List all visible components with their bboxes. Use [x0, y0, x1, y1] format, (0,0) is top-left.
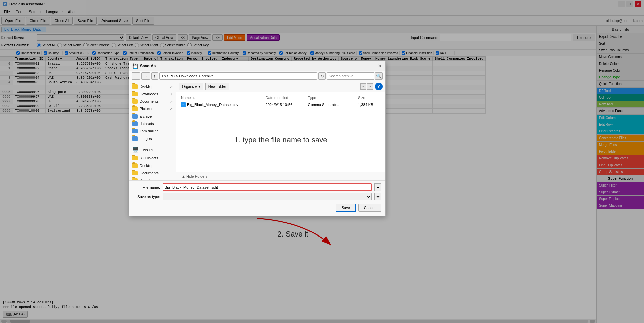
dialog-sidebar: Desktop ↗ Downloads ↓ Documents ↗ Pictur… — [129, 81, 176, 180]
nav-item-pictures[interactable]: Pictures ↗ — [130, 105, 175, 113]
file-row[interactable]: csv Big_Black_Money_Dataset.csv 2024/9/1… — [179, 101, 383, 108]
dialog-bottom: File name: Save as type: Save Cancel — [129, 180, 385, 216]
filename-input[interactable] — [163, 183, 372, 191]
savetype-label: Save as type: — [133, 195, 160, 199]
instruction-1: 1. type the file name to save — [234, 135, 327, 144]
filename-field: File name: — [133, 183, 381, 191]
dialog-hide-folders-bar: ▲ Hide Folders — [176, 172, 385, 180]
filename-dropdown[interactable] — [374, 183, 381, 191]
nav-item-sailing[interactable]: I am sailing — [130, 127, 175, 135]
file-modified: 2024/9/15 10:56 — [263, 101, 306, 108]
nav-thispc-label: This PC — [141, 148, 154, 152]
nav-sailing-label: I am sailing — [140, 129, 159, 133]
nav-downloads-label: Downloads — [140, 92, 158, 96]
savetype-dropdown[interactable] — [374, 193, 381, 200]
view-dropdown-button[interactable]: ▾ — [367, 83, 373, 90]
dialog-file-main: Organize ▾ New folder ≡ ▾ ? Name ▲ — [176, 81, 385, 180]
view-icons: ≡ ▾ — [360, 83, 373, 90]
sailing-folder-icon — [132, 129, 138, 133]
nav-item-documents2[interactable]: Documents — [130, 169, 175, 177]
nav-archive-label: archive — [140, 114, 152, 118]
file-area-instructions: 1. type the file name to save — [179, 110, 383, 169]
documents-folder-icon — [132, 99, 138, 104]
file-name: csv Big_Black_Money_Dataset.csv — [179, 101, 263, 108]
nav-item-downloads2[interactable]: Downloads ▼ — [130, 177, 175, 180]
images-folder-icon — [132, 136, 138, 141]
nav-item-3dobjects[interactable]: 3D Objects — [130, 154, 175, 162]
desktop2-folder-icon — [132, 163, 138, 168]
nav-item-downloads[interactable]: Downloads ↓ — [130, 90, 175, 98]
savetype-field: Save as type: — [133, 193, 381, 200]
dialog-action-buttons: Save Cancel — [133, 202, 381, 213]
dialog-search-area: 🔍 — [327, 72, 383, 80]
file-type: Comma Separate... — [306, 101, 356, 108]
hide-folders-button[interactable]: ▲ Hide Folders — [179, 174, 210, 179]
nav-desktop2-label: Desktop — [140, 164, 153, 168]
nav-item-desktop[interactable]: Desktop ↗ — [130, 83, 175, 90]
savetype-select[interactable] — [163, 193, 372, 200]
dialog-save-button[interactable]: Save — [336, 204, 356, 212]
dialog-forward-button[interactable]: → — [141, 72, 150, 80]
save-as-dialog: 💾 Save As ✕ ← → ↑ This PC > Downloads > … — [129, 61, 386, 216]
datasets-folder-icon — [132, 121, 138, 126]
dialog-breadcrumb: This PC > Downloads > archive — [159, 72, 317, 80]
nav-pictures-label: Pictures — [140, 107, 153, 111]
nav-documents2-label: Documents — [140, 171, 159, 175]
dialog-back-button[interactable]: ← — [132, 72, 140, 80]
dialog-close-button[interactable]: ✕ — [378, 63, 382, 69]
pictures-folder-icon — [132, 106, 138, 111]
col-header-size[interactable]: Size — [356, 95, 383, 101]
dialog-search-input[interactable] — [327, 72, 374, 80]
downloads2-folder-icon — [132, 178, 138, 180]
dialog-nav-toolbar: ← → ↑ This PC > Downloads > archive ↻ 🔍 — [129, 71, 385, 81]
dialog-file-toolbar: Organize ▾ New folder ≡ ▾ ? — [176, 81, 385, 92]
nav-datasets-label: datasets — [140, 122, 154, 126]
nav-item-desktop2[interactable]: Desktop — [130, 162, 175, 169]
file-list-table: Name ▲ Date modified Type Size csv — [179, 95, 383, 108]
new-folder-button[interactable]: New folder — [205, 83, 229, 90]
dialog-refresh-button[interactable]: ↻ — [318, 72, 326, 80]
col-header-modified[interactable]: Date modified — [263, 95, 306, 101]
col-header-name[interactable]: Name ▲ — [179, 95, 263, 101]
dialog-search-button[interactable]: 🔍 — [375, 72, 383, 80]
nav-desktop-label: Desktop — [140, 84, 153, 89]
breadcrumb-text: This PC > Downloads > archive — [162, 74, 214, 78]
nav-documents-label: Documents — [140, 99, 159, 103]
dialog-overlay: 💾 Save As ✕ ← → ↑ This PC > Downloads > … — [0, 0, 644, 323]
nav-item-datasets[interactable]: datasets — [130, 120, 175, 127]
dialog-content: Desktop ↗ Downloads ↓ Documents ↗ Pictur… — [129, 81, 385, 180]
dialog-title-text: 💾 Save As — [132, 63, 156, 69]
desktop-folder-icon — [132, 84, 138, 89]
documents2-folder-icon — [132, 171, 138, 175]
view-list-button[interactable]: ≡ — [360, 83, 366, 90]
dialog-up-button[interactable]: ↑ — [151, 72, 158, 80]
dialog-cancel-button[interactable]: Cancel — [358, 204, 381, 212]
nav-item-thispc[interactable]: 🖥️ This PC — [130, 145, 175, 154]
file-size: 1,384 KB — [356, 101, 383, 108]
dialog-title-bar: 💾 Save As ✕ — [129, 61, 385, 71]
dialog-file-area: Name ▲ Date modified Type Size csv — [176, 92, 385, 172]
nav-3dobjects-label: 3D Objects — [140, 156, 158, 160]
col-header-type[interactable]: Type — [306, 95, 356, 101]
help-button[interactable]: ? — [375, 83, 383, 90]
nav-images-label: images — [140, 136, 152, 141]
downloads-folder-icon — [132, 92, 138, 96]
archive-folder-icon — [132, 114, 138, 119]
dialog-title-label: Save As — [140, 64, 156, 68]
filename-label: File name: — [133, 185, 160, 189]
nav-item-images[interactable]: images — [130, 135, 175, 142]
nav-item-documents[interactable]: Documents ↗ — [130, 98, 175, 105]
nav-item-archive[interactable]: archive — [130, 113, 175, 120]
organize-button[interactable]: Organize ▾ — [179, 83, 203, 90]
3dobjects-folder-icon — [132, 156, 138, 160]
